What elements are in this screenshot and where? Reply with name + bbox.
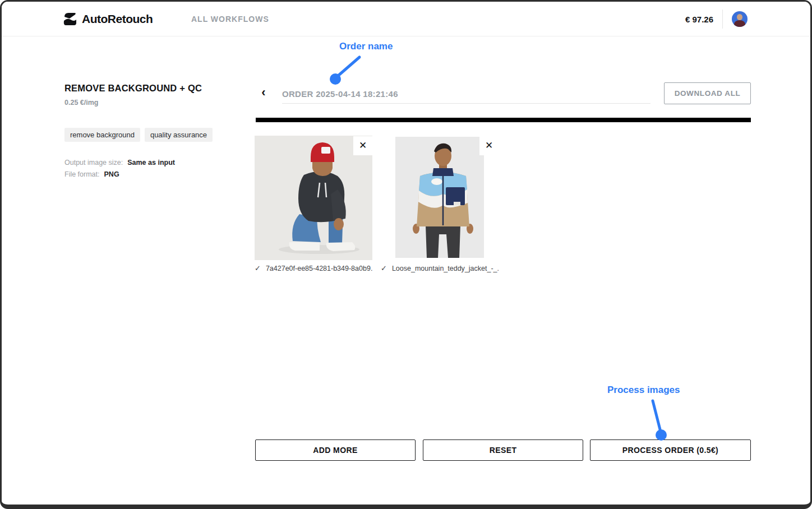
file-row-1: ✓ 7a427e0f-ee85-4281-b349-8a0b9... (255, 264, 372, 272)
image-card-1: ✕ ✓ 7a427e0f-ee85-4281-b349-8a0b9... (255, 136, 372, 272)
avatar-shoulders (734, 20, 745, 27)
workflow-price: 0.25 €/img (64, 99, 233, 107)
add-more-button[interactable]: ADD MORE (255, 439, 416, 461)
brand-name: AutoRetouch (82, 12, 153, 26)
file-format-value: PNG (104, 170, 119, 178)
download-all-button[interactable]: DOWNLOAD ALL (664, 82, 751, 104)
workflow-panel: REMOVE BACKGROUND + QC 0.25 €/img remove… (64, 83, 233, 178)
autoretouch-logo-icon (63, 12, 77, 26)
top-bar: AutoRetouch ALL WORKFLOWS € 97.26 (2, 2, 810, 36)
check-icon: ✓ (381, 264, 387, 272)
annotation-process-images: Process images (607, 385, 680, 396)
file-name-1: 7a427e0f-ee85-4281-b349-8a0b9... (266, 265, 372, 272)
avatar-face (737, 14, 742, 20)
process-order-button[interactable]: PROCESS ORDER (0.5€) (590, 439, 751, 461)
order-name-input[interactable] (282, 85, 650, 104)
annotation-pointer-order-name (316, 53, 383, 87)
brand-logo-link[interactable]: AutoRetouch (63, 2, 153, 36)
output-size-label: Output image size: (64, 159, 123, 166)
reset-button[interactable]: RESET (423, 439, 583, 461)
app-window: AutoRetouch ALL WORKFLOWS € 97.26 REMOVE… (0, 0, 812, 509)
annotation-pointer-process-images (635, 397, 680, 442)
workflow-tags: remove background quality assurance (64, 128, 233, 142)
remove-image-2-button[interactable]: ✕ (479, 136, 499, 155)
remove-image-1-button[interactable]: ✕ (353, 136, 372, 155)
output-size-value: Same as input (127, 159, 175, 166)
tag-remove-background: remove background (64, 128, 140, 142)
top-right-group: € 97.26 (685, 2, 748, 36)
user-avatar[interactable] (732, 11, 748, 27)
file-format-label: File format: (64, 170, 100, 178)
workflow-title: REMOVE BACKGROUND + QC (64, 83, 233, 94)
header-divider (722, 10, 723, 29)
image-thumbnail-1[interactable]: ✕ (255, 136, 372, 260)
setting-output-size: Output image size: Same as input (64, 159, 233, 166)
check-icon: ✓ (255, 264, 261, 272)
account-balance: € 97.26 (685, 15, 713, 24)
file-name-2: Loose_mountain_teddy_jacket_-_... (392, 265, 499, 272)
nav-all-workflows[interactable]: ALL WORKFLOWS (191, 2, 269, 36)
back-chevron-icon[interactable]: ‹ (257, 86, 270, 100)
workflow-settings: Output image size: Same as input File fo… (64, 159, 233, 178)
image-card-2: ✕ ✓ Loose_mountain_teddy_jacket_-_... (381, 136, 499, 272)
tag-quality-assurance: quality assurance (145, 128, 213, 142)
annotation-order-name: Order name (339, 41, 393, 52)
setting-file-format: File format: PNG (64, 170, 233, 178)
file-row-2: ✓ Loose_mountain_teddy_jacket_-_... (381, 264, 499, 272)
image-thumbnail-2[interactable]: ✕ (381, 136, 499, 260)
order-progress-bar (256, 118, 751, 122)
